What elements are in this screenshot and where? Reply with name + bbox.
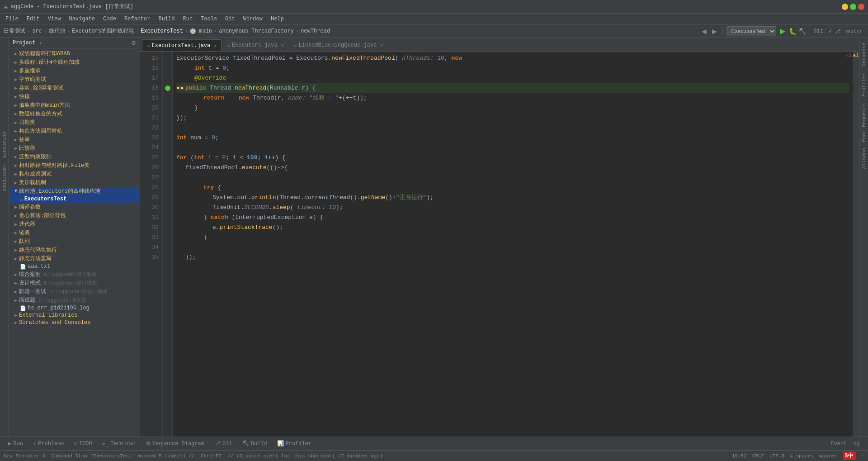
- tree-item-aaa[interactable]: 📄 aaa.txt: [9, 263, 140, 270]
- menu-code[interactable]: Code: [99, 15, 120, 23]
- breadcrumb-threadpool[interactable]: 线程池: [49, 27, 65, 35]
- tree-item-sort[interactable]: ▶ 快排: [9, 92, 140, 101]
- tree-item-path[interactable]: ▶ 相对路径与绝对路径.File类: [9, 161, 140, 170]
- menu-build[interactable]: Build: [155, 15, 178, 23]
- project-gear-icon[interactable]: ⚙: [131, 40, 136, 46]
- title-bar-controls[interactable]: [842, 4, 864, 10]
- status-charset[interactable]: UTF-8: [769, 453, 784, 459]
- back-button[interactable]: ◀: [700, 27, 708, 36]
- tab-executors[interactable]: ☕ Executors.java ✕: [222, 39, 288, 51]
- tree-item-comparator[interactable]: ▶ 比较器: [9, 144, 140, 152]
- run-config-dropdown[interactable]: ExecutorsTest: [726, 26, 776, 36]
- tab-todo[interactable]: ☑ TODO: [70, 438, 97, 449]
- tab-git[interactable]: ⎇ Git: [210, 438, 237, 449]
- tree-item-array[interactable]: ▶ 数组转集合的方式: [9, 109, 140, 118]
- foot-requests-panel-tab[interactable]: Foot Requests: [860, 100, 868, 145]
- tab-close-icon[interactable]: ✕: [380, 43, 383, 48]
- tab-profiler[interactable]: 📊 Profiler: [273, 438, 316, 449]
- menu-git[interactable]: Git: [222, 15, 239, 23]
- close-button[interactable]: [858, 4, 864, 10]
- menu-view[interactable]: View: [44, 15, 65, 23]
- tree-item-abstract[interactable]: ▶ 抽象类中的main方法: [9, 101, 140, 109]
- scrollbar-gutter[interactable]: ⚠1 ▲1 ▲2: [853, 52, 859, 437]
- tree-item-external[interactable]: ▶ External Libraries: [9, 312, 140, 319]
- tree-item-executors-test[interactable]: ☕ ExecutorsTest: [9, 195, 140, 203]
- tree-item-scratches[interactable]: ▶ Scratches and Consoles: [9, 319, 140, 326]
- menu-window[interactable]: Window: [240, 15, 266, 23]
- code-editor[interactable]: 15 16 17 18 19 20 21 22 23 24 25 26 27 2…: [140, 52, 859, 437]
- tree-item-constructor[interactable]: ▶ 构造方法调用时机: [9, 127, 140, 135]
- tree-item-inherit[interactable]: ▶ 多重继承: [9, 67, 140, 75]
- tree-item-ABAB[interactable]: ▶ 双线程循环打印ABAB: [9, 49, 140, 58]
- status-line-ending[interactable]: CRLF: [752, 453, 764, 459]
- database-panel-tab[interactable]: Database: [860, 40, 868, 69]
- tree-item-static-override[interactable]: ▶ 静态方法重写: [9, 254, 140, 263]
- tree-item-queue[interactable]: ▶ 队列: [9, 237, 140, 246]
- profiler-panel-tab[interactable]: Profiler: [860, 70, 868, 100]
- tree-item-hs-err[interactable]: 📄 hs_err_pid21196.log: [9, 304, 140, 312]
- git-check-button[interactable]: ✓: [828, 28, 833, 34]
- favorites-tab[interactable]: Favorites: [1, 162, 8, 194]
- tree-item-linkedlist[interactable]: ▶ 链表: [9, 228, 140, 237]
- status-git-branch[interactable]: master: [819, 453, 837, 459]
- breadcrumb-src[interactable]: src: [32, 28, 42, 34]
- tree-item-generic[interactable]: ▶ 泛型约束限制: [9, 152, 140, 161]
- tab-build[interactable]: 🔨 Build: [238, 438, 272, 449]
- breadcrumb-executors-folder[interactable]: Executors的四种线程池: [72, 27, 134, 35]
- debug-button[interactable]: 🐛: [789, 28, 797, 35]
- tree-item-comprehensive[interactable]: ▶ 综合案例 D:\sggCode\综合案例: [9, 270, 140, 279]
- menu-help[interactable]: Help: [267, 15, 288, 23]
- minimize-button[interactable]: [842, 4, 848, 10]
- menu-tools[interactable]: Tools: [197, 15, 221, 23]
- tree-arrow: ▶: [13, 120, 19, 125]
- tree-item-iterator[interactable]: ▶ 迭代器: [9, 220, 140, 228]
- project-dropdown-icon[interactable]: ▾: [39, 40, 42, 46]
- tree-item-bytecode[interactable]: ▶ 字节码测试: [9, 75, 140, 84]
- menu-edit[interactable]: Edit: [23, 15, 43, 23]
- ime-punctuation[interactable]: ·: [861, 453, 864, 459]
- menu-file[interactable]: File: [2, 15, 22, 23]
- status-indent[interactable]: 4 spaces: [790, 453, 814, 459]
- breadcrumb-newthread[interactable]: newThread: [301, 28, 330, 34]
- tree-item-static-init[interactable]: ▶ 静态代码块执行: [9, 246, 140, 254]
- tab-terminal[interactable]: >_ Terminal: [98, 439, 141, 449]
- status-time[interactable]: 19:52: [732, 453, 747, 459]
- tab-problems[interactable]: ⚠ Problems: [28, 438, 69, 449]
- breadcrumb-root[interactable]: 日常测试: [4, 27, 25, 35]
- tree-item-exception[interactable]: ▶ 异常,除0异常测试: [9, 84, 140, 92]
- tree-item-greedy[interactable]: ▶ 贪心算法:部分背包: [9, 211, 140, 220]
- tab-close-icon[interactable]: ✕: [281, 43, 284, 48]
- tree-item-enum[interactable]: ▶ 枚举: [9, 135, 140, 144]
- code-content[interactable]: ExecutorService fixedThreadPool = Execut…: [173, 52, 853, 437]
- ime-indicator[interactable]: S中: [843, 451, 856, 460]
- menu-run[interactable]: Run: [179, 15, 196, 23]
- menu-navigate[interactable]: Navigate: [65, 15, 99, 23]
- git-merge-button[interactable]: ⎇: [835, 28, 841, 34]
- tab-sequence[interactable]: ⧉ Sequence Diagram: [142, 439, 209, 449]
- run-button[interactable]: ▶: [778, 26, 787, 36]
- tree-label: 相对路径与绝对路径.File类: [19, 162, 90, 169]
- breadcrumb-anon[interactable]: anonymous ThreadFactory: [219, 28, 294, 34]
- tree-item-classload[interactable]: ▶ 类加载机制: [9, 178, 140, 187]
- breadcrumb-executors-test[interactable]: ExecutorsTest: [141, 28, 183, 34]
- tree-item-executors-folder[interactable]: ▼ 线程池.Executors的四种线程池: [9, 187, 140, 195]
- tree-item-date[interactable]: ▶ 日期类: [9, 118, 140, 127]
- structure-tab[interactable]: Structure: [1, 128, 8, 161]
- event-log-tab[interactable]: Event Log: [826, 439, 864, 449]
- build-button[interactable]: 🔨: [798, 28, 806, 35]
- tree-item-stage1[interactable]: ▶ 阶段一测试 D:\sggCode\阶段一测试: [9, 287, 140, 296]
- tab-run[interactable]: ▶ Run: [4, 438, 28, 449]
- tab-linkedblocking[interactable]: ☕ LinkedBlockingQueue.java ✕: [289, 39, 387, 51]
- tree-item-multithread[interactable]: ▶ 多线程:设计4个线程加减: [9, 58, 140, 67]
- tree-item-interview[interactable]: ▶ 面试题 D:\sggCode\面试题: [9, 296, 140, 304]
- forward-button[interactable]: ▶: [710, 27, 719, 36]
- tab-close-icon[interactable]: ✕: [214, 43, 217, 48]
- tree-item-private[interactable]: ▶ 私有成员测试: [9, 170, 140, 178]
- tree-item-compile[interactable]: ▶ 编译参数: [9, 203, 140, 211]
- alibaba-panel-tab[interactable]: Alibaba: [860, 145, 868, 171]
- maximize-button[interactable]: [850, 4, 856, 10]
- breadcrumb-main[interactable]: ⬤ main: [190, 28, 212, 34]
- menu-refactor[interactable]: Refactor: [121, 15, 154, 23]
- tab-executors-test[interactable]: ☕ ExecutorsTest.java ✕: [142, 39, 222, 51]
- tree-item-design[interactable]: ▶ 设计模式 D:\sggCode\设计模式: [9, 279, 140, 287]
